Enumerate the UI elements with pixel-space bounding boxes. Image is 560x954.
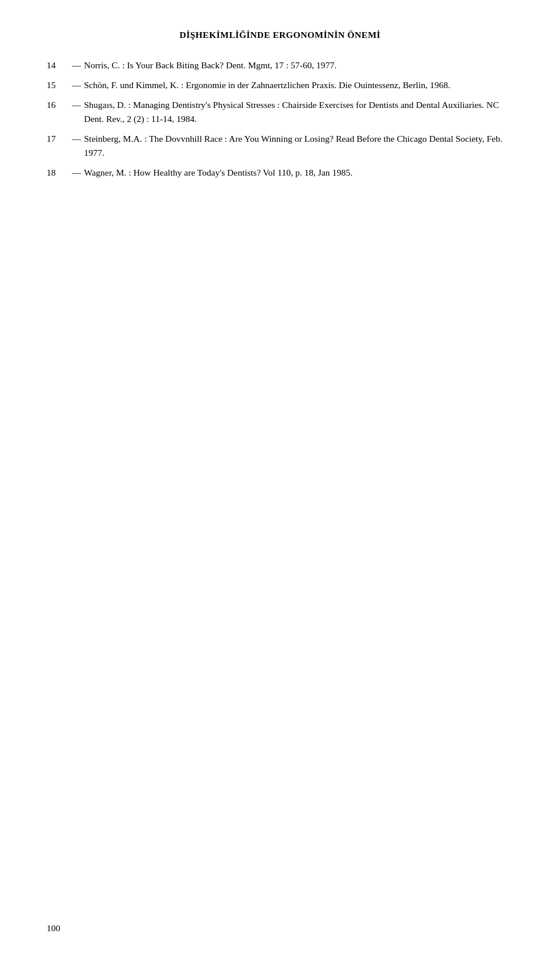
ref-text-16: Shugaıs, D. : Managing Dentistry's Physi… bbox=[84, 98, 513, 126]
ref-text-17: Steinberg, M.A. : The Dovvnhill Race : A… bbox=[84, 132, 513, 160]
table-row: 16 — Shugaıs, D. : Managing Dentistry's … bbox=[47, 98, 513, 126]
table-row: 14 — Norris, C. : Is Your Back Biting Ba… bbox=[47, 58, 513, 72]
ref-dash-16: — bbox=[69, 98, 84, 112]
ref-number-14: 14 bbox=[47, 58, 69, 72]
table-row: 18 — Wagner, M. : How Healthy are Today'… bbox=[47, 166, 513, 180]
ref-number-17: 17 bbox=[47, 132, 69, 146]
ref-dash-17: — bbox=[69, 132, 84, 146]
ref-number-16: 16 bbox=[47, 98, 69, 112]
ref-text-18: Wagner, M. : How Healthy are Today's Den… bbox=[84, 166, 513, 180]
table-row: 17 — Steinberg, M.A. : The Dovvnhill Rac… bbox=[47, 132, 513, 160]
ref-text-14: Norris, C. : Is Your Back Biting Back? D… bbox=[84, 58, 513, 72]
ref-dash-18: — bbox=[69, 166, 84, 180]
ref-dash-14: — bbox=[69, 58, 84, 72]
ref-dash-15: — bbox=[69, 78, 84, 92]
table-row: 15 — Schön, F. und Kimmel, K. : Ergonomi… bbox=[47, 78, 513, 92]
references-list: 14 — Norris, C. : Is Your Back Biting Ba… bbox=[47, 58, 513, 180]
ref-number-18: 18 bbox=[47, 166, 69, 180]
page-number: 100 bbox=[47, 921, 60, 935]
ref-number-15: 15 bbox=[47, 78, 69, 92]
ref-text-15: Schön, F. und Kimmel, K. : Ergonomie in … bbox=[84, 78, 513, 92]
page: DİŞHEKİMLİĞİNDE ERGONOMİNİN ÖNEMİ 14 — N… bbox=[0, 0, 560, 954]
page-title: DİŞHEKİMLİĞİNDE ERGONOMİNİN ÖNEMİ bbox=[47, 28, 513, 42]
